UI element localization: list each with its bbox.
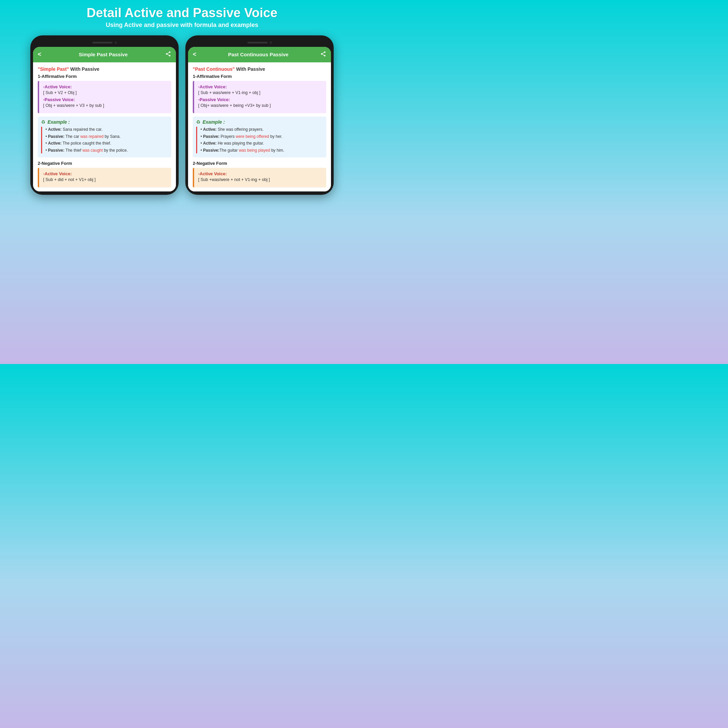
passive-label-left: -Passive Voice: (43, 97, 167, 102)
notch-speaker (92, 42, 113, 43)
phone-right-screen: < Past Continuous Passive "Past Continuo… (188, 47, 331, 191)
app-header-right: < Past Continuous Passive (188, 47, 331, 62)
svg-line-3 (167, 54, 169, 55)
example-item-right-2: • Passive: Prayers were being offered by… (200, 134, 323, 139)
tense-red-right: "Past Continuous" (193, 66, 235, 72)
example-item-left-3: • Active: The police caught the thief. (46, 141, 168, 146)
neg-formula-box-right: -Active Voice: [ Sub +was/were + not + V… (193, 168, 326, 187)
phones-container: < Simple Past Passive "Simple Past" With… (24, 32, 340, 198)
form1-label-right: 1-Affirmative Form (193, 74, 326, 79)
example-header-left: ♻ Example : (41, 119, 168, 125)
notch-camera (115, 41, 117, 44)
neg-active-label-right: -Active Voice: (198, 171, 322, 176)
svg-point-6 (321, 53, 323, 55)
svg-point-2 (169, 55, 171, 57)
back-button-right[interactable]: < (193, 51, 196, 58)
formula-box-right: -Active Voice: [ Sub + was/were + V1-ing… (193, 81, 326, 113)
app-title-right: Past Continuous Passive (196, 52, 320, 57)
app-header-left: < Simple Past Passive (33, 47, 176, 62)
example-label-left: Example : (47, 119, 70, 125)
phone-right: < Past Continuous Passive "Past Continuo… (185, 35, 334, 195)
app-title-left: Simple Past Passive (41, 52, 165, 57)
share-button-left[interactable] (165, 51, 171, 58)
example-box-left: ♻ Example : • Active: Sana repaired the … (38, 116, 171, 158)
active-formula-left: [ Sub + V2 + Obj ] (43, 90, 167, 95)
screen-content-right: "Past Continuous" With Passive 1-Affirma… (188, 62, 331, 191)
page-header: Detail Active and Passive Voice Using Ac… (80, 0, 284, 32)
svg-point-7 (324, 55, 326, 57)
tense-rest-right: With Passive (235, 66, 265, 72)
example-item-right-3: • Active: He was playing the guitar. (200, 141, 323, 146)
example-list-right: • Active: She was offering prayers. • Pa… (196, 127, 323, 153)
back-button-left[interactable]: < (38, 51, 41, 58)
example-box-right: ♻ Example : • Active: She was offering p… (193, 116, 326, 158)
svg-line-8 (322, 54, 324, 55)
tense-title-left: "Simple Past" With Passive (38, 66, 171, 72)
formula-box-left: -Active Voice: [ Sub + V2 + Obj ] -Passi… (38, 81, 171, 113)
form2-label-left: 2-Negative Form (38, 161, 171, 166)
neg-active-formula-right: [ Sub +was/were + not + V1-ing + obj ] (198, 177, 322, 182)
passive-formula-right: [ Obj+ was/were + being +V3+ by sub ] (198, 103, 322, 108)
svg-line-9 (322, 53, 324, 54)
passive-formula-left: [ Obj + was/were + V3 + by sub ] (43, 103, 167, 108)
form1-label-left: 1-Affirmative Form (38, 74, 171, 79)
phone-left-notch (83, 40, 126, 46)
notch-camera-right (270, 41, 272, 44)
screen-content-left: "Simple Past" With Passive 1-Affirmative… (33, 62, 176, 191)
neg-active-label-left: -Active Voice: (43, 171, 167, 176)
active-label-right: -Active Voice: (198, 84, 322, 89)
share-button-right[interactable] (320, 51, 326, 58)
main-subtitle: Using Active and passive with formula an… (87, 21, 277, 29)
phone-left-screen: < Simple Past Passive "Simple Past" With… (33, 47, 176, 191)
notch-speaker-right (248, 42, 268, 43)
svg-point-1 (166, 53, 168, 55)
recycle-icon-right: ♻ (196, 119, 200, 125)
main-title: Detail Active and Passive Voice (87, 6, 277, 20)
example-list-left: • Active: Sana repaired the car. • Passi… (41, 127, 168, 153)
active-label-left: -Active Voice: (43, 84, 167, 89)
svg-point-0 (169, 51, 171, 53)
example-item-left-1: • Active: Sana repaired the car. (46, 127, 168, 133)
tense-red-left: "Simple Past" (38, 66, 69, 72)
example-item-right-1: • Active: She was offering prayers. (200, 127, 323, 133)
tense-title-right: "Past Continuous" With Passive (193, 66, 326, 72)
phone-left: < Simple Past Passive "Simple Past" With… (30, 35, 179, 195)
example-item-left-2: • Passive: The car was repaired by Sana. (46, 134, 168, 139)
svg-line-4 (167, 53, 169, 54)
example-label-right: Example : (203, 119, 225, 125)
neg-active-formula-left: [ Sub + did + not + V1+ obj ] (43, 177, 167, 182)
form2-label-right: 2-Negative Form (193, 161, 326, 166)
example-item-left-4: • Passive: The thief was caught by the p… (46, 148, 168, 153)
example-item-right-4: • Passive:The guitar was being played by… (200, 148, 323, 153)
recycle-icon-left: ♻ (41, 119, 46, 125)
tense-rest-left: With Passive (69, 66, 99, 72)
passive-label-right: -Passive Voice: (198, 97, 322, 102)
active-formula-right: [ Sub + was/were + V1-ing + obj ] (198, 90, 322, 95)
phone-right-notch (238, 40, 281, 46)
svg-point-5 (324, 51, 326, 53)
neg-formula-box-left: -Active Voice: [ Sub + did + not + V1+ o… (38, 168, 171, 187)
example-header-right: ♻ Example : (196, 119, 323, 125)
